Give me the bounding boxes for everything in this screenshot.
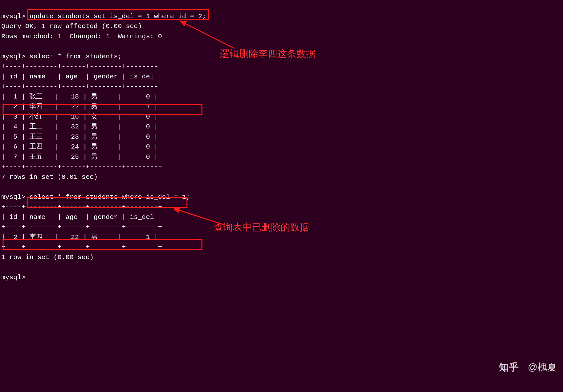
highlight-select-del [27, 197, 187, 208]
mysql-prompt: mysql> [1, 53, 26, 60]
highlight-row-id2-b [3, 239, 202, 250]
result-line: 1 row in set (0.00 sec) [1, 254, 94, 261]
sql-select-all-cmd: select * from students; [29, 53, 122, 60]
annotation-logic-delete: 逻辑删除李四这条数据 [220, 47, 316, 61]
table-row: | 1 | 张三 | 18 | 男 | 0 | [1, 93, 158, 100]
table-row: | 5 | 王三 | 23 | 男 | 0 | [1, 133, 158, 141]
watermark: 知乎 @槐夏 [499, 360, 557, 374]
table-border: +----+--------+------+--------+--------+ [1, 83, 162, 90]
table-row: | 6 | 王四 | 24 | 男 | 0 | [1, 143, 158, 150]
table-header: | id | name | age | gender | is_del | [1, 214, 162, 221]
table-border: +----+--------+------+--------+--------+ [1, 63, 162, 70]
mysql-prompt: mysql> [1, 13, 26, 20]
result-line: Rows matched: 1 Changed: 1 Warnings: 0 [1, 33, 162, 40]
table-row: | 4 | 王二 | 32 | 男 | 0 | [1, 123, 158, 130]
highlight-update-cmd [27, 9, 209, 20]
table-row: | 7 | 王五 | 25 | 男 | 0 | [1, 153, 158, 161]
watermark-brand: 知乎 [499, 362, 519, 372]
mysql-prompt: mysql> [1, 274, 26, 281]
result-line: 7 rows in set (0.01 sec) [1, 173, 98, 181]
highlight-row-id2-a [3, 104, 202, 115]
table-border: +----+--------+------+--------+--------+ [1, 223, 162, 231]
mysql-prompt: mysql> [1, 193, 26, 201]
watermark-handle: @槐夏 [528, 362, 557, 372]
table-border: +----+--------+------+--------+--------+ [1, 163, 162, 171]
result-line: Query OK, 1 row affected (0.00 sec) [1, 23, 142, 30]
table-header: | id | name | age | gender | is_del | [1, 73, 162, 80]
annotation-query-deleted: 查询表中已删除的数据 [214, 220, 309, 234]
